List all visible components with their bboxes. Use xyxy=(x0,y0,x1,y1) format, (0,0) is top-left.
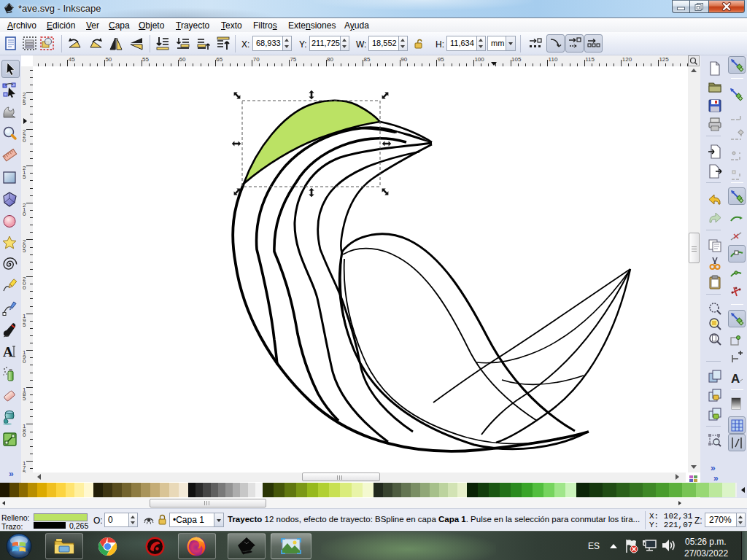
svg-text:A: A xyxy=(3,344,13,359)
svg-text:A: A xyxy=(731,372,740,386)
